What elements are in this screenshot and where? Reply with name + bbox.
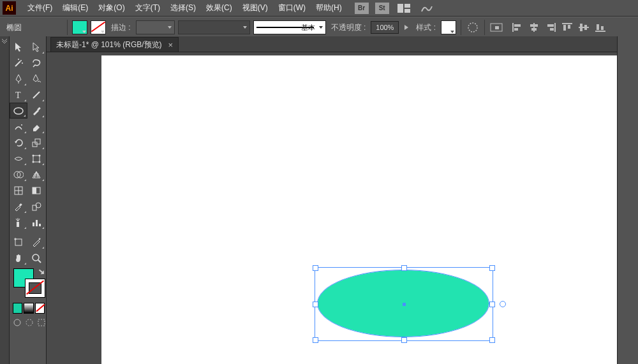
bridge-icon[interactable]: Br: [355, 3, 369, 14]
magic-wand-tool[interactable]: [10, 55, 27, 71]
app-icon: Ai: [3, 1, 16, 15]
svg-rect-33: [35, 139, 40, 144]
toolbox: T: [10, 36, 47, 364]
swap-fill-stroke-icon[interactable]: [36, 268, 45, 277]
canvas[interactable]: [47, 52, 617, 364]
align-vcenter-icon[interactable]: [577, 20, 591, 34]
var-width-profile-dropdown[interactable]: [178, 20, 250, 34]
perspective-grid-tool[interactable]: [27, 166, 45, 182]
free-transform-tool[interactable]: [27, 150, 45, 166]
menu-view[interactable]: 视图(V): [237, 0, 273, 16]
draw-normal-icon[interactable]: [13, 317, 22, 328]
svg-rect-10: [530, 24, 538, 27]
lasso-tool[interactable]: [27, 55, 45, 71]
menu-help[interactable]: 帮助(H): [311, 0, 347, 16]
color-mode-gradient[interactable]: [24, 303, 33, 314]
eraser-tool[interactable]: [27, 119, 45, 135]
align-left-icon[interactable]: [510, 20, 524, 34]
align-bottom-icon[interactable]: [593, 20, 607, 34]
menu-type[interactable]: 文字(T): [130, 0, 165, 16]
document-tab[interactable]: 未标题-1* @ 101% (RGB/预览) ×: [50, 37, 179, 52]
graphic-style-dropdown[interactable]: [441, 20, 456, 34]
width-tool[interactable]: [10, 150, 27, 166]
align-hcenter-icon[interactable]: [527, 20, 541, 34]
draw-inside-icon[interactable]: [36, 317, 46, 328]
right-collapsed-panel[interactable]: [617, 36, 638, 364]
hand-tool[interactable]: [10, 250, 27, 266]
control-bar: 椭圆 描边 : 基本 不透明度 : 100% 样式 :: [0, 17, 638, 38]
selection-bounding-box[interactable]: [315, 267, 493, 341]
align-right-icon[interactable]: [544, 20, 558, 34]
symbol-sprayer-tool[interactable]: [10, 214, 27, 230]
handle-n[interactable]: [401, 265, 407, 271]
fill-swatch[interactable]: [72, 20, 87, 34]
pen-tool[interactable]: [10, 71, 27, 87]
opacity-label: 不透明度 :: [329, 22, 368, 33]
ellipse-tool[interactable]: [10, 103, 27, 119]
recolor-artwork-icon[interactable]: [466, 20, 480, 34]
svg-rect-49: [17, 222, 19, 227]
svg-rect-16: [563, 25, 566, 31]
svg-point-59: [26, 319, 33, 326]
eyedropper-tool[interactable]: [10, 198, 27, 214]
svg-line-28: [33, 92, 40, 98]
svg-rect-8: [514, 28, 518, 31]
arrange-docs-icon[interactable]: [396, 1, 412, 15]
handle-sw[interactable]: [313, 337, 318, 343]
opacity-step-icon[interactable]: [402, 21, 411, 34]
slice-tool[interactable]: [27, 234, 45, 250]
zoom-tool[interactable]: [27, 250, 45, 266]
align-to-icon[interactable]: [489, 20, 503, 34]
handle-w[interactable]: [313, 302, 318, 307]
color-mode-none[interactable]: [35, 303, 45, 314]
svg-rect-50: [33, 222, 34, 226]
line-segment-tool[interactable]: [27, 87, 45, 103]
svg-point-24: [20, 60, 22, 61]
handle-e[interactable]: [489, 302, 495, 307]
svg-line-57: [38, 260, 41, 263]
menu-effect[interactable]: 效果(C): [201, 0, 237, 16]
svg-rect-22: [597, 24, 599, 30]
align-top-icon[interactable]: [560, 20, 574, 34]
gradient-tool[interactable]: [27, 182, 45, 198]
stroke-color-swatch[interactable]: [25, 279, 45, 298]
stroke-weight-dropdown[interactable]: [136, 20, 175, 34]
color-mode-solid[interactable]: [13, 303, 22, 314]
document-tab-bar: 未标题-1* @ 101% (RGB/预览) ×: [47, 36, 617, 52]
stroke-swatch[interactable]: [91, 20, 106, 34]
paintbrush-tool[interactable]: [27, 103, 45, 119]
blend-tool[interactable]: [27, 198, 45, 214]
handle-s[interactable]: [401, 337, 407, 343]
panel-collapse-bar[interactable]: [0, 36, 10, 364]
svg-rect-0: [397, 4, 403, 13]
handle-se[interactable]: [489, 337, 495, 343]
type-tool[interactable]: T: [10, 87, 27, 103]
fill-stroke-indicator[interactable]: [13, 268, 43, 300]
artboard-tool[interactable]: [10, 234, 27, 250]
column-graph-tool[interactable]: [27, 214, 45, 230]
menu-window[interactable]: 窗口(W): [273, 0, 311, 16]
pie-handle[interactable]: [500, 301, 506, 307]
menu-file[interactable]: 文件(F): [22, 0, 57, 16]
handle-nw[interactable]: [313, 265, 318, 271]
curvature-tool[interactable]: [27, 71, 45, 87]
stock-icon[interactable]: St: [375, 3, 389, 14]
selection-tool[interactable]: [10, 39, 27, 55]
menu-select[interactable]: 选择(S): [165, 0, 201, 16]
mesh-tool[interactable]: [10, 182, 27, 198]
handle-ne[interactable]: [489, 265, 495, 271]
opacity-input[interactable]: 100%: [371, 21, 399, 34]
scale-tool[interactable]: [27, 135, 45, 150]
draw-behind-icon[interactable]: [25, 317, 34, 328]
brush-definition-dropdown[interactable]: 基本: [253, 20, 326, 34]
shape-builder-tool[interactable]: [10, 166, 27, 182]
close-tab-icon[interactable]: ×: [168, 41, 174, 49]
menu-object[interactable]: 对象(O): [93, 0, 130, 16]
rotate-tool[interactable]: [10, 135, 27, 150]
svg-rect-45: [33, 187, 36, 194]
direct-selection-tool[interactable]: [27, 39, 45, 55]
svg-rect-60: [38, 319, 45, 326]
gpu-preview-icon[interactable]: [419, 1, 435, 15]
shaper-tool[interactable]: [10, 119, 27, 135]
menu-edit[interactable]: 编辑(E): [57, 0, 93, 16]
